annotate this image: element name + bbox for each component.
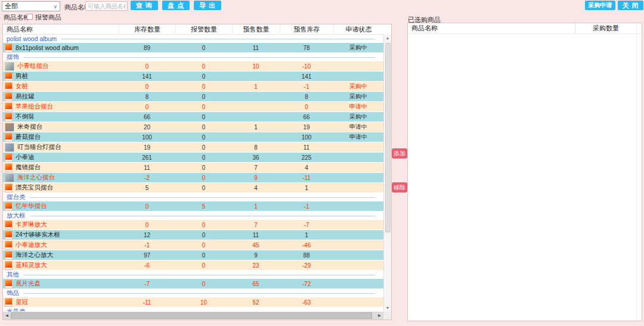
table-row[interactable]: 小泰迪放大-1045-46 [3, 240, 383, 250]
table-row[interactable]: 苹果组合摆台000申请中 [3, 102, 383, 112]
selected-column-name: 商品名称 [408, 24, 575, 33]
jpg-file-icon [5, 113, 13, 122]
stock-qty-cell: 97 [119, 252, 175, 259]
product-name: 底片光盘 [16, 280, 41, 288]
table-row[interactable]: 卡罗琳放大007-7 [3, 220, 383, 230]
product-name-cell: 海洋之心放大 [3, 251, 119, 260]
stock-qty-cell: 0 [119, 104, 175, 110]
table-row[interactable]: 叮当猫台灯摆台190811 [3, 142, 383, 153]
presale-qty-cell: 4 [232, 185, 280, 191]
stock-qty-cell: 12 [119, 232, 175, 238]
presale-qty-cell: 45 [232, 242, 280, 249]
product-name: 蓝精灵放大 [16, 261, 47, 269]
photo-thumbnail-icon [5, 62, 14, 71]
jpg-file-icon [5, 44, 13, 52]
alarm-qty-cell: 0 [175, 104, 232, 110]
product-name-column-label: 商品名称 [4, 13, 30, 22]
photo-thumbnail-icon [5, 123, 14, 132]
product-name: 女桩 [16, 82, 28, 91]
presale-qty-cell: 8 [232, 144, 280, 151]
column-header-status: 申请状态 [333, 24, 383, 34]
table-row[interactable]: 24寸哆哆实木框120111 [3, 230, 383, 240]
stock-qty-cell: 0 [119, 63, 175, 70]
product-name-cell: 易拉罐 [3, 92, 119, 101]
presale-stock-cell: 88 [280, 252, 333, 259]
product-name: 小青蛙摆台 [17, 62, 49, 70]
stock-qty-cell: 0 [119, 222, 175, 228]
table-row[interactable]: 蘑菇摆台1000100申请中 [3, 132, 383, 142]
table-row[interactable]: 漂亮宝贝摆台5041 [3, 183, 383, 193]
alarm-qty-cell: 0 [175, 252, 232, 259]
selected-products-panel: 商品名称 采购数量 [407, 23, 642, 321]
product-name: 男桩 [16, 72, 28, 80]
product-name-cell: 皇冠 [3, 298, 119, 307]
product-name: 小泰迪放大 [16, 241, 47, 249]
file-icon-strip [5, 227, 12, 229]
group-name-label: 水晶类 [7, 308, 26, 312]
export-button[interactable]: 导 出 [194, 1, 221, 10]
product-name-input[interactable] [85, 1, 128, 11]
jpg-file-icon [5, 82, 13, 91]
stock-qty-cell: 89 [119, 45, 175, 51]
jpg-file-icon [5, 251, 13, 260]
group-divider [23, 57, 375, 58]
table-row[interactable]: 忆年华摆台051-1 [3, 201, 383, 212]
stock-qty-cell: 0 [119, 203, 175, 210]
scroll-right-icon[interactable]: ► [376, 313, 383, 318]
group-divider [23, 275, 375, 275]
table-row[interactable]: 不倒翁66066采购中 [3, 112, 383, 122]
presale-qty-cell: 1 [232, 83, 280, 90]
table-row[interactable]: 底片光盘-7065-72 [3, 279, 383, 289]
presale-stock-cell: 11 [280, 144, 333, 151]
presale-stock-cell: 225 [280, 154, 333, 161]
alarm-products-label: 报警商品 [35, 13, 61, 22]
horizontal-scrollbar[interactable]: ◄ ► [3, 312, 383, 319]
selected-table-body [408, 34, 636, 321]
jpg-file-icon [5, 241, 13, 250]
table-row[interactable]: 小泰迪261036225 [3, 153, 383, 163]
stock-qty-cell: 100 [119, 134, 175, 141]
table-row[interactable]: 魔镜摆台11074 [3, 163, 383, 173]
table-row[interactable]: 易拉罐808采购中 [3, 92, 383, 102]
photo-thumbnail-icon [5, 173, 14, 182]
scroll-up-icon[interactable]: ▲ [386, 35, 390, 42]
table-row[interactable]: 海洋之心摆台-209-11 [3, 173, 383, 183]
scroll-left-icon[interactable]: ◄ [3, 313, 11, 318]
product-name-cell: 不倒翁 [3, 113, 119, 122]
table-row[interactable]: 海洋之心放大970988 [3, 250, 383, 260]
presale-qty-cell: 10 [232, 63, 280, 70]
status-cell: 申请中 [333, 103, 383, 111]
product-name-cell: 女桩 [3, 82, 119, 91]
vertical-scroll-thumb[interactable] [385, 43, 391, 232]
product-name: 不倒翁 [16, 113, 35, 121]
purchase-request-button[interactable]: 采购申请 [585, 1, 615, 10]
category-select[interactable]: 全部 ∨ [2, 1, 60, 11]
table-row[interactable]: 男桩1410141 [3, 72, 383, 82]
group-name-label: 其他 [7, 271, 19, 279]
add-button[interactable]: 添加 [392, 148, 407, 159]
product-name: 易拉罐 [16, 92, 35, 101]
scroll-down-icon[interactable]: ▼ [386, 305, 390, 312]
stock-qty-cell: 5 [119, 185, 175, 191]
presale-qty-cell: 7 [232, 222, 280, 228]
table-row[interactable]: 皇冠-111052-63 [3, 297, 383, 308]
presale-stock-cell: 1 [280, 185, 333, 191]
table-row[interactable]: 女桩001-1采购中 [3, 82, 383, 92]
table-row[interactable]: 蓝精灵放大-6023-29 [3, 260, 383, 271]
close-button[interactable]: 关 闭 [618, 1, 643, 10]
table-row[interactable]: 8x11polist wood album8901178采购中 [3, 43, 383, 53]
presale-stock-cell: 19 [280, 124, 333, 131]
vertical-scrollbar[interactable]: ▲ ▼ [383, 35, 391, 312]
table-row[interactable]: 小青蛙摆台0010-10 [3, 61, 383, 72]
presale-stock-cell: -63 [280, 299, 333, 306]
stocktake-button[interactable]: 盘 点 [162, 1, 190, 10]
alarm-products-checkbox[interactable] [27, 14, 33, 20]
column-header-alarm: 报警数量 [175, 24, 232, 34]
table-row[interactable]: 米奇摆台200119申请中 [3, 122, 383, 132]
horizontal-scroll-thumb[interactable] [11, 312, 372, 319]
presale-stock-cell: -72 [280, 281, 333, 287]
remove-button[interactable]: 移除 [392, 182, 407, 193]
query-button[interactable]: 查 询 [131, 1, 158, 10]
alarm-qty-cell: 0 [175, 242, 232, 249]
alarm-qty-cell: 0 [175, 185, 232, 191]
